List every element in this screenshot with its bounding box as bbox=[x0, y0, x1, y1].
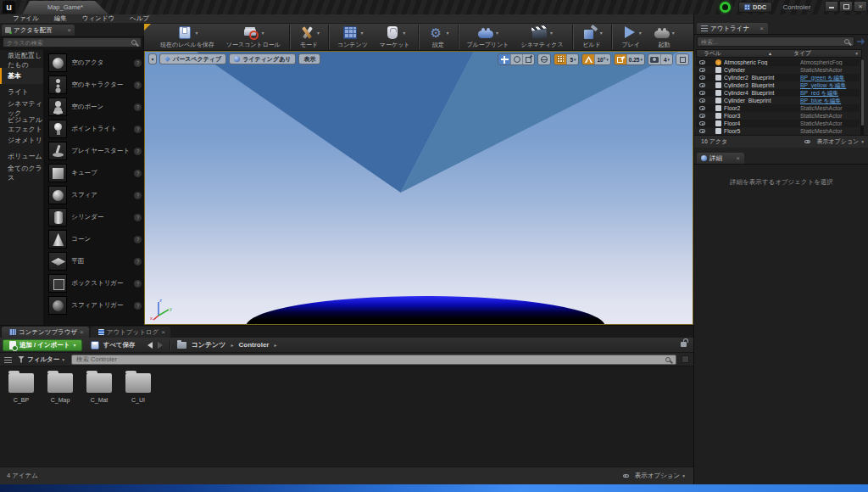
placeable-actor[interactable]: 空のポーン bbox=[43, 96, 144, 118]
folder-item[interactable]: C_Mat bbox=[83, 373, 115, 467]
viewport-options-button[interactable]: ▾ bbox=[148, 53, 157, 64]
visibility-eye-icon[interactable] bbox=[699, 68, 705, 72]
actor-category[interactable]: 全てのクラス bbox=[0, 165, 43, 181]
move-tool-button[interactable] bbox=[498, 54, 510, 64]
toolbar-button[interactable]: ▾ 設定 bbox=[418, 25, 454, 49]
help-icon[interactable] bbox=[134, 280, 142, 288]
visibility-eye-icon[interactable] bbox=[699, 98, 705, 103]
actor-category[interactable]: ビジュアルエフェクト bbox=[0, 116, 43, 132]
toolbar-button[interactable]: ▾ ソースコントロール bbox=[220, 25, 287, 49]
breadcrumb-current[interactable]: Controler bbox=[238, 341, 269, 349]
close-icon[interactable]: × bbox=[161, 328, 165, 336]
scale-snap-toggle[interactable] bbox=[615, 54, 626, 64]
lit-mode-button[interactable]: ライティングあり bbox=[229, 53, 296, 64]
outliner-search-box[interactable] bbox=[697, 36, 854, 47]
close-icon[interactable]: × bbox=[80, 328, 84, 336]
visibility-eye-icon[interactable] bbox=[699, 91, 705, 95]
breadcrumb-root[interactable]: コンテンツ bbox=[192, 340, 226, 349]
rotation-snap-toggle[interactable] bbox=[582, 54, 594, 64]
help-icon[interactable] bbox=[134, 302, 142, 310]
tab-world-outliner[interactable]: アウトライナ × bbox=[697, 23, 768, 34]
actor-type[interactable]: StaticMeshActor bbox=[800, 128, 860, 134]
actor-type[interactable]: AtmosphericFog bbox=[800, 59, 860, 65]
search-options-icon[interactable] bbox=[857, 38, 865, 45]
close-button[interactable]: × bbox=[854, 1, 867, 12]
toolbar-button[interactable]: ▾ マーケット bbox=[374, 25, 416, 49]
placeable-actor[interactable]: スフィア bbox=[43, 184, 144, 206]
maximize-button[interactable] bbox=[839, 1, 853, 12]
menu-item[interactable]: ウィンドウ bbox=[75, 14, 122, 23]
folder-item[interactable]: C_Map bbox=[44, 373, 76, 467]
folder-item[interactable]: C_BP bbox=[5, 373, 37, 467]
tab-details[interactable]: 詳細 × bbox=[697, 153, 744, 164]
visibility-eye-icon[interactable] bbox=[699, 106, 705, 110]
close-icon[interactable]: × bbox=[67, 26, 71, 34]
toolbar-button[interactable]: ▾ シネマティクス bbox=[515, 25, 569, 49]
scale-tool-button[interactable] bbox=[522, 54, 534, 64]
grid-snap-toggle[interactable] bbox=[554, 54, 566, 64]
visibility-eye-icon[interactable] bbox=[699, 121, 705, 126]
level-viewport[interactable]: ▾ パースペクティブ ライティングあり 表示 bbox=[144, 51, 693, 325]
class-search-input[interactable] bbox=[3, 40, 131, 46]
toolbar-button[interactable]: ▾ プレイ bbox=[611, 25, 648, 49]
add-import-button[interactable]: 追加 / インポート ▾ bbox=[3, 339, 82, 351]
asset-search-input[interactable] bbox=[72, 355, 665, 363]
outliner-row[interactable]: Atmospheric Fog AtmosphericFog bbox=[696, 59, 860, 66]
outliner-row[interactable]: Floor5 StaticMeshActor bbox=[696, 127, 860, 135]
rotate-tool-button[interactable] bbox=[510, 54, 522, 64]
camera-speed-value-button[interactable]: 4 ▾ bbox=[660, 54, 672, 64]
menu-item[interactable]: ファイル bbox=[5, 14, 47, 23]
actor-category[interactable]: シネマティック bbox=[0, 100, 43, 116]
lock-icon[interactable] bbox=[681, 342, 687, 347]
actor-category[interactable]: 最近配置したもの bbox=[0, 52, 43, 68]
toolbar-button[interactable]: ▾ コンテンツ bbox=[328, 25, 374, 49]
maximize-viewport-button[interactable] bbox=[676, 54, 688, 64]
camera-speed-button[interactable] bbox=[648, 54, 660, 64]
help-icon[interactable] bbox=[134, 214, 142, 221]
column-label[interactable]: ラベル bbox=[697, 49, 768, 58]
show-button[interactable]: 表示 bbox=[298, 53, 320, 64]
sort-ascending-icon[interactable]: ▲ bbox=[768, 51, 793, 56]
placeable-actor[interactable]: シリンダー bbox=[43, 206, 144, 228]
back-arrow-icon[interactable] bbox=[147, 342, 153, 349]
cylinder-platform-mesh[interactable] bbox=[246, 296, 605, 325]
placeable-actor[interactable]: 平面 bbox=[43, 250, 144, 272]
outliner-row[interactable]: Floor4 StaticMeshActor bbox=[696, 120, 860, 127]
actor-type[interactable]: StaticMeshActor bbox=[800, 105, 860, 111]
cb-view-options-button[interactable]: 表示オプション ▾ bbox=[620, 472, 693, 480]
outliner-row[interactable]: Floor3 StaticMeshActor bbox=[696, 112, 860, 120]
asset-search-box[interactable] bbox=[71, 355, 676, 365]
minimize-button[interactable] bbox=[825, 1, 838, 12]
placeable-actor[interactable]: スフィアトリガー bbox=[43, 294, 144, 316]
actor-category[interactable]: ライト bbox=[0, 84, 43, 100]
visibility-eye-icon[interactable] bbox=[699, 60, 705, 64]
help-icon[interactable] bbox=[134, 258, 142, 266]
actor-type[interactable]: StaticMeshActor bbox=[800, 120, 860, 126]
actor-type[interactable]: StaticMeshActor bbox=[800, 113, 860, 119]
toolbar-button[interactable]: ▾ ビルド bbox=[572, 25, 609, 49]
actor-category[interactable]: 基本 bbox=[0, 68, 43, 84]
help-icon[interactable] bbox=[134, 192, 142, 199]
help-icon[interactable] bbox=[134, 148, 142, 155]
placeable-actor[interactable]: プレイヤースタート bbox=[43, 140, 144, 162]
actor-category[interactable]: ボリューム bbox=[0, 148, 43, 165]
visibility-eye-icon[interactable] bbox=[699, 129, 705, 133]
tab-place-actors[interactable]: アクタを配置 × bbox=[2, 25, 75, 36]
help-icon[interactable] bbox=[134, 236, 142, 243]
rotation-snap-value-button[interactable]: 10° ▾ bbox=[594, 54, 609, 64]
placeable-actor[interactable]: コーン bbox=[43, 228, 144, 250]
world-space-button[interactable] bbox=[538, 54, 550, 64]
type-filter-icon[interactable]: ▾ bbox=[855, 51, 861, 56]
outliner-row[interactable]: Cylinder_Blueprint BP_blue を編集 bbox=[696, 97, 860, 104]
placeable-actor[interactable]: ボックストリガー bbox=[43, 272, 144, 294]
toolbar-button[interactable]: ▾ モード bbox=[289, 25, 326, 49]
content-browser-tab[interactable]: コンテンツブラウザ × bbox=[2, 327, 89, 338]
placeable-actor[interactable]: 空のキャラクター bbox=[43, 74, 144, 96]
level-tab[interactable]: Map_Game* bbox=[22, 1, 108, 14]
breadcrumb-arrow-icon[interactable]: ▸ bbox=[231, 342, 233, 348]
outliner-row[interactable]: Floor2 StaticMeshActor bbox=[696, 104, 860, 112]
placeable-actor[interactable]: キューブ bbox=[43, 162, 144, 184]
forward-arrow-icon[interactable] bbox=[158, 342, 163, 349]
asset-grid[interactable]: C_BP C_Map C_Mat C_UI bbox=[0, 366, 693, 467]
filters-button[interactable]: フィルター ▾ bbox=[18, 355, 64, 364]
